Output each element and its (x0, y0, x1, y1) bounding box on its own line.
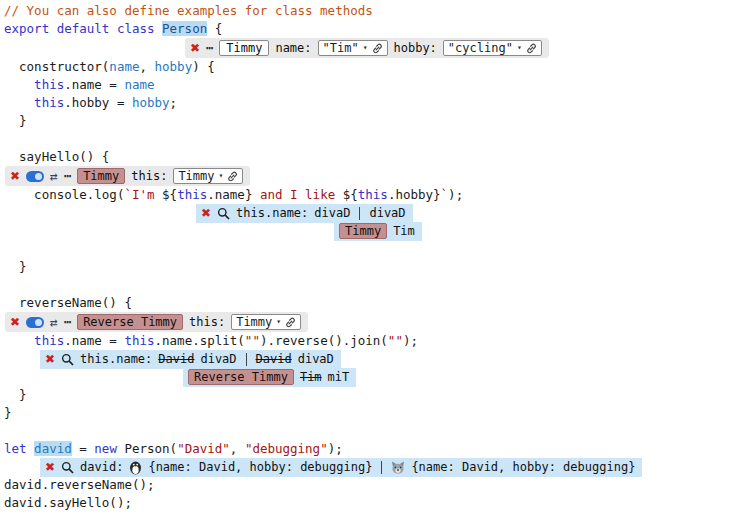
param: hobby (155, 59, 193, 74)
reversename-probe-result-row: Reverse Timmy Tim miT (183, 368, 749, 386)
class-example-widget: ✖ ⋯ Timmy name: "Tim" ▾ hobby: "cycling"… (185, 38, 549, 58)
blank-line (4, 276, 749, 294)
more-options-icon[interactable]: ⋯ (206, 42, 213, 54)
string: "debugging" (245, 441, 328, 456)
class-example-widget-row: ✖ ⋯ Timmy name: "Tim" ▾ hobby: "cycling"… (185, 38, 749, 58)
code-text: david.reverseName(); (4, 477, 155, 492)
name-param-label: name: (275, 41, 311, 55)
keyword: export default class (4, 21, 162, 36)
keyword: this (34, 333, 64, 348)
code-line: david.reverseName(); (4, 476, 749, 494)
blank-line (4, 130, 749, 148)
close-icon[interactable]: ✖ (45, 353, 55, 365)
probe-label: this.name: (80, 352, 152, 366)
code-text: .name (207, 187, 245, 202)
code-text: ); (448, 187, 463, 202)
code-line: } (4, 258, 749, 276)
code-text: } (4, 405, 12, 420)
code-text: , (139, 59, 154, 74)
close-icon[interactable]: ✖ (10, 170, 20, 182)
this-value-dropdown[interactable]: Timmy ▾ (173, 168, 243, 184)
code-text: } (4, 387, 27, 402)
code-line: console.log(`I'm ${this.name} and I like… (4, 186, 749, 204)
this-value-dropdown[interactable]: Timmy ▾ (231, 314, 301, 330)
probe-old-value: Tim (300, 370, 322, 384)
dropdown-value: Timmy (178, 169, 214, 183)
blank-line (4, 240, 749, 258)
dropdown-value: "cycling" (448, 41, 513, 55)
code-text: constructor( (4, 59, 109, 74)
probe-value: divaD (369, 206, 405, 220)
keyword: this (177, 187, 207, 202)
caret-down-icon: ▾ (363, 44, 368, 52)
code-text: ; (170, 95, 178, 110)
name-value-dropdown[interactable]: "Tim" ▾ (318, 40, 388, 56)
code-line: } (4, 404, 749, 422)
param: name (109, 59, 139, 74)
close-icon[interactable]: ✖ (45, 461, 55, 473)
code-text: ); (328, 441, 343, 456)
param: hobby (132, 95, 170, 110)
hobby-value-dropdown[interactable]: "cycling" ▾ (443, 40, 542, 56)
sayhello-probe-result: Timmy Tim (334, 222, 422, 241)
toggle-icon[interactable] (26, 171, 44, 182)
keyword: this (124, 333, 154, 348)
example-name-input[interactable]: Timmy (219, 40, 269, 56)
code-text (4, 95, 34, 110)
sayhello-probe-row: ✖ this.name: divaD divaD (196, 204, 749, 222)
code-text: console.log( (4, 187, 124, 202)
magnifier-icon[interactable] (217, 207, 230, 220)
example-badge[interactable]: Timmy (77, 168, 125, 184)
link-icon[interactable] (285, 317, 296, 328)
example-badge[interactable]: Reverse Timmy (188, 369, 294, 385)
swap-arrows-icon[interactable]: ⇄ (50, 316, 58, 329)
keyword: this (34, 95, 64, 110)
code-text (27, 441, 35, 456)
code-line: sayHello() { (4, 148, 749, 166)
swap-arrows-icon[interactable]: ⇄ (50, 170, 58, 183)
code-text: = (72, 441, 95, 456)
sayhello-probe: ✖ this.name: divaD divaD (196, 204, 413, 223)
code-text (4, 333, 34, 348)
caret-down-icon: ▾ (276, 318, 281, 326)
keyword: this (358, 187, 388, 202)
code-text: ${ (162, 187, 177, 202)
link-icon[interactable] (526, 43, 537, 54)
toggle-icon[interactable] (26, 317, 44, 328)
reversename-probe-row: ✖ this.name: David divaD David divaD (40, 350, 749, 368)
code-text: reverseName() { (4, 295, 132, 310)
close-icon[interactable]: ✖ (201, 207, 211, 219)
code-line: export default class Person { (4, 20, 749, 38)
magnifier-icon[interactable] (61, 461, 74, 474)
code-line: this.hobby = hobby; (4, 94, 749, 112)
this-label: this: (189, 315, 225, 329)
string: `I'm (124, 187, 162, 202)
example-badge[interactable]: Reverse Timmy (77, 314, 183, 330)
reversename-example-widget: ✖ ⇄ ⋯ Reverse Timmy this: Timmy ▾ (5, 312, 308, 332)
wolf-icon (391, 461, 405, 474)
code-line: this.name = name (4, 76, 749, 94)
comment-text: // You can also define examples for clas… (4, 3, 373, 18)
link-icon[interactable] (372, 43, 383, 54)
more-options-icon[interactable]: ⋯ (64, 316, 71, 328)
code-text: .hobby (388, 187, 433, 202)
code-text: Person( (117, 441, 177, 456)
variable-highlighted: david (34, 441, 72, 456)
blank-line (4, 422, 749, 440)
string: ` (441, 187, 449, 202)
code-text: .name = (64, 333, 124, 348)
probe-label: david: (80, 460, 123, 474)
code-line: let david = new Person("David", "debuggi… (4, 440, 749, 458)
close-icon[interactable]: ✖ (190, 42, 200, 54)
close-icon[interactable]: ✖ (10, 316, 20, 328)
more-options-icon[interactable]: ⋯ (64, 170, 71, 182)
link-icon[interactable] (227, 171, 238, 182)
code-text: } (433, 187, 441, 202)
keyword: let (4, 441, 27, 456)
penguin-icon (129, 460, 142, 475)
divider (359, 207, 360, 220)
sayhello-probe-result-row: Timmy Tim (334, 222, 749, 240)
example-badge[interactable]: Timmy (339, 223, 387, 239)
hobby-param-label: hobby: (394, 41, 437, 55)
magnifier-icon[interactable] (61, 353, 74, 366)
